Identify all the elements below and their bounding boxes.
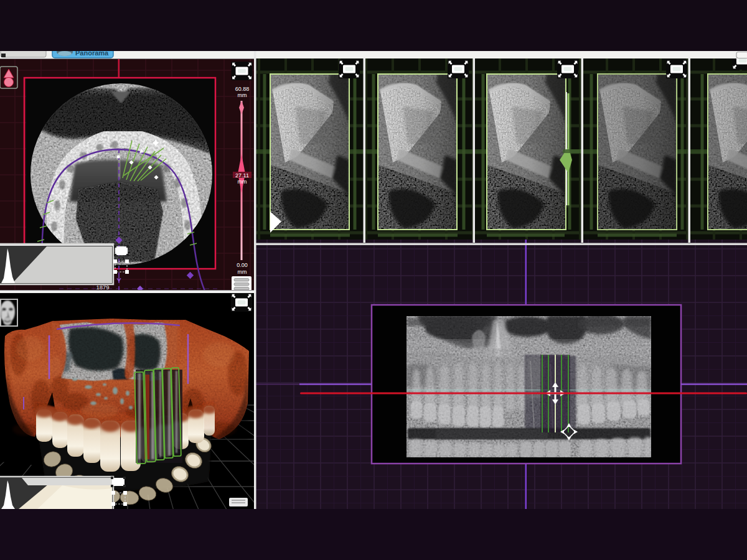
svg-text:mm: mm [238,92,247,98]
svg-text:60.88: 60.88 [235,86,250,92]
svg-text:27.11: 27.11 [235,172,249,179]
svg-text:mm: mm [238,269,247,275]
svg-text:mm: mm [238,179,247,185]
svg-text:1879: 1879 [96,284,109,291]
svg-text:0.00: 0.00 [237,262,248,268]
